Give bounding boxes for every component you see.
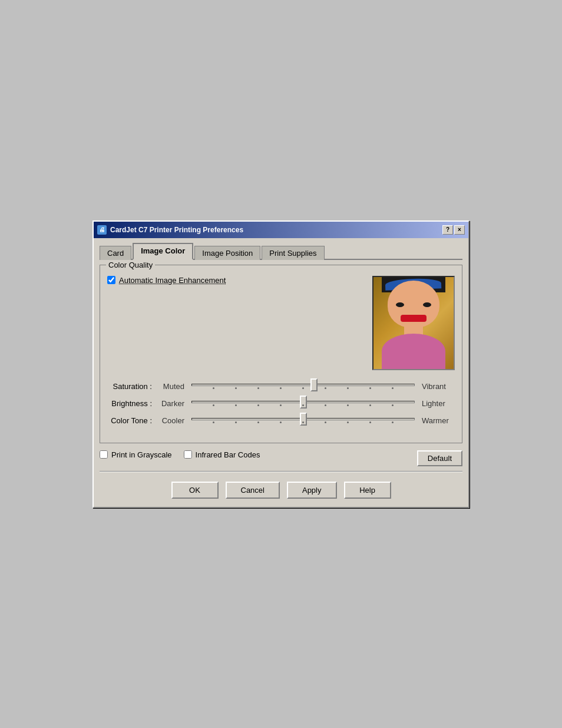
portrait-eye-right — [423, 302, 431, 307]
auto-enhancement-row: Automatic Image Enhancement — [107, 276, 372, 285]
color-tone-slider[interactable] — [191, 418, 415, 420]
saturation-label: Saturation : — [110, 382, 157, 391]
bottom-checkboxes: Print in Grayscale Infrared Bar Codes — [100, 450, 260, 459]
brightness-slider-container — [191, 401, 415, 406]
apply-button[interactable]: Apply — [287, 482, 337, 499]
tab-print-supplies[interactable]: Print Supplies — [262, 246, 324, 260]
portrait-background — [373, 277, 454, 369]
infrared-label[interactable]: Infrared Bar Codes — [196, 450, 260, 459]
group-inner: Automatic Image Enhancement — [107, 276, 455, 370]
title-bar-left: 🖨 CardJet C7 Printer Printing Preference… — [97, 225, 243, 235]
infrared-item: Infrared Bar Codes — [184, 450, 260, 459]
saturation-slider[interactable] — [191, 384, 415, 386]
auto-enhancement-checkbox[interactable] — [107, 276, 115, 284]
bottom-options-row: Print in Grayscale Infrared Bar Codes De… — [100, 450, 462, 466]
saturation-left-label: Muted — [157, 382, 189, 391]
separator — [100, 471, 462, 472]
color-tone-left-label: Cooler — [157, 416, 189, 425]
saturation-dots — [191, 387, 415, 389]
brightness-slider[interactable] — [191, 401, 415, 403]
brightness-left-label: Darker — [157, 399, 189, 408]
cancel-button[interactable]: Cancel — [226, 482, 280, 499]
grayscale-label[interactable]: Print in Grayscale — [111, 450, 172, 459]
color-tone-slider-container — [191, 418, 415, 423]
color-tone-dots — [191, 421, 415, 423]
help-button[interactable]: Help — [344, 482, 391, 499]
preview-portrait — [372, 276, 455, 370]
color-tone-right-label: Warmer — [417, 416, 452, 425]
tab-image-position[interactable]: Image Position — [194, 246, 260, 260]
dialog-buttons: OK Cancel Apply Help — [100, 477, 462, 501]
color-tone-label: Color Tone : — [110, 416, 157, 425]
color-quality-group: Color Quality Automatic Image Enhancemen… — [100, 265, 462, 443]
auto-enhancement-label[interactable]: Automatic Image Enhancement — [119, 276, 226, 285]
saturation-slider-container — [191, 384, 415, 389]
saturation-right-label: Vibrant — [417, 382, 452, 391]
group-left: Automatic Image Enhancement — [107, 276, 372, 291]
window-title: CardJet C7 Printer Printing Preferences — [110, 226, 243, 234]
brightness-right-label: Lighter — [417, 399, 452, 408]
brightness-dots — [191, 404, 415, 406]
saturation-row: Saturation : Muted Vibrant — [110, 382, 452, 391]
infrared-checkbox[interactable] — [184, 450, 192, 459]
printer-icon: 🖨 — [97, 225, 107, 235]
sliders-section: Saturation : Muted Vibrant Brightnes — [107, 382, 455, 425]
brightness-label: Brightness : — [110, 399, 157, 408]
grayscale-checkbox[interactable] — [100, 450, 108, 459]
brightness-row: Brightness : Darker Lighter — [110, 399, 452, 408]
group-box-title: Color Quality — [106, 261, 155, 269]
ok-button[interactable]: OK — [171, 482, 219, 499]
dialog-window: 🖨 CardJet C7 Printer Printing Preference… — [92, 220, 470, 508]
color-tone-row: Color Tone : Cooler Warmer — [110, 416, 452, 425]
help-title-button[interactable]: ? — [442, 225, 453, 235]
tab-image-color[interactable]: Image Color — [133, 243, 193, 260]
default-button[interactable]: Default — [417, 450, 462, 466]
close-title-button[interactable]: × — [454, 225, 465, 235]
tabs-row: Card Image Color Image Position Print Su… — [100, 243, 462, 260]
title-bar: 🖨 CardJet C7 Printer Printing Preference… — [94, 222, 468, 238]
dialog-content: Card Image Color Image Position Print Su… — [94, 238, 468, 507]
grayscale-item: Print in Grayscale — [100, 450, 172, 459]
portrait-eye-left — [396, 302, 404, 307]
tab-card[interactable]: Card — [100, 246, 131, 260]
title-bar-buttons: ? × — [442, 225, 465, 235]
portrait-body — [382, 334, 446, 369]
portrait-lips — [401, 315, 427, 322]
